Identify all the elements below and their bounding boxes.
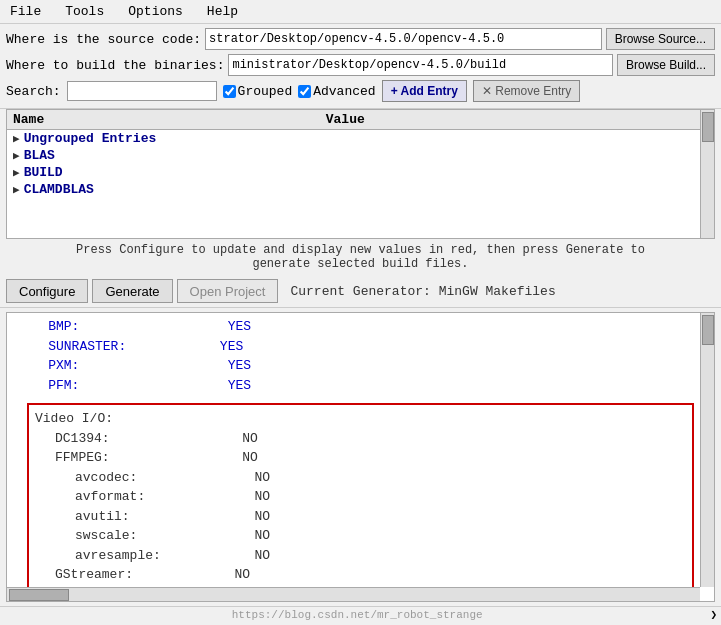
chevron-right-icon: ▶ (13, 149, 20, 162)
generator-label: Current Generator: MinGW Makefiles (282, 284, 563, 299)
tree-clamdblas-label: CLAMDBLAS (24, 182, 94, 197)
lower-scrollbar-h[interactable] (7, 587, 700, 601)
lower-scrollbar-thumb-h[interactable] (9, 589, 69, 601)
search-label: Search: (6, 84, 61, 99)
chevron-right-icon: ▶ (13, 166, 20, 179)
output-avcodec: avcodec: NO (35, 468, 686, 488)
watermark: https://blog.csdn.net/mr_robot_strange (232, 609, 483, 621)
output-line-pxm: PXM: YES (17, 356, 704, 376)
tree-build-label: BUILD (24, 165, 63, 180)
search-row: Search: Grouped Advanced + Add Entry ✕ R… (6, 80, 715, 102)
chevron-right-icon: ▶ (13, 183, 20, 196)
buttons-row: Configure Generate Open Project Current … (0, 275, 721, 308)
advanced-checkbox-label[interactable]: Advanced (298, 84, 375, 99)
menubar: File Tools Options Help (0, 0, 721, 24)
bottom-bar: https://blog.csdn.net/mr_robot_strange ❯ (0, 606, 721, 622)
lower-scrollbar-thumb-v[interactable] (702, 315, 714, 345)
output-avformat: avformat: NO (35, 487, 686, 507)
menu-help[interactable]: Help (201, 2, 244, 21)
output-avresample: avresample: NO (35, 546, 686, 566)
tree-blas[interactable]: ▶ BLAS (7, 147, 714, 164)
grouped-checkbox[interactable] (223, 85, 236, 98)
menu-options[interactable]: Options (122, 2, 189, 21)
video-io-section: Video I/O: DC1394: NO FFMPEG: NO avcodec… (27, 403, 694, 602)
chevron-right-icon: ▶ (13, 132, 20, 145)
bottom-arrow: ❯ (710, 608, 717, 621)
generate-button[interactable]: Generate (92, 279, 172, 303)
output-line-sunraster: SUNRASTER: YES (17, 337, 704, 357)
advanced-label: Advanced (313, 84, 375, 99)
menu-file[interactable]: File (4, 2, 47, 21)
output-avutil: avutil: NO (35, 507, 686, 527)
config-area: Where is the source code: Browse Source.… (0, 24, 721, 109)
upper-table-scrollbar[interactable] (700, 110, 714, 238)
search-input[interactable] (67, 81, 217, 101)
add-entry-button[interactable]: + Add Entry (382, 80, 467, 102)
open-project-button[interactable]: Open Project (177, 279, 279, 303)
configure-button[interactable]: Configure (6, 279, 88, 303)
tree-blas-label: BLAS (24, 148, 55, 163)
binaries-label: Where to build the binaries: (6, 58, 224, 73)
menu-tools[interactable]: Tools (59, 2, 110, 21)
tree-ungrouped-label: Ungrouped Entries (24, 131, 157, 146)
grouped-checkbox-label[interactable]: Grouped (223, 84, 293, 99)
tree-build[interactable]: ▶ BUILD (7, 164, 714, 181)
browse-source-button[interactable]: Browse Source... (606, 28, 715, 50)
table-header: Name Value (7, 110, 714, 130)
upper-scrollbar-thumb[interactable] (702, 112, 714, 142)
output-content: BMP: YES SUNRASTER: YES PXM: YES PFM: YE… (7, 313, 714, 602)
col-value-header: Value (326, 112, 708, 127)
output-swscale: swscale: NO (35, 526, 686, 546)
output-line-bmp: BMP: YES (17, 317, 704, 337)
advanced-checkbox[interactable] (298, 85, 311, 98)
remove-entry-button[interactable]: ✕ Remove Entry (473, 80, 580, 102)
binaries-input[interactable] (228, 54, 613, 76)
video-io-title: Video I/O: (35, 409, 686, 429)
grouped-label: Grouped (238, 84, 293, 99)
source-label: Where is the source code: (6, 32, 201, 47)
binaries-row: Where to build the binaries: Browse Buil… (6, 54, 715, 76)
browse-build-button[interactable]: Browse Build... (617, 54, 715, 76)
output-gstreamer: GStreamer: NO (35, 565, 686, 585)
info-text: Press Configure to update and display ne… (0, 239, 721, 275)
tree-clamdblas[interactable]: ▶ CLAMDBLAS (7, 181, 714, 198)
lower-output: BMP: YES SUNRASTER: YES PXM: YES PFM: YE… (6, 312, 715, 602)
source-input[interactable] (205, 28, 602, 50)
output-dc1394: DC1394: NO (35, 429, 686, 449)
output-line-pfm: PFM: YES (17, 376, 704, 396)
upper-table: Name Value ▶ Ungrouped Entries ▶ BLAS ▶ … (6, 109, 715, 239)
tree-ungrouped[interactable]: ▶ Ungrouped Entries (7, 130, 714, 147)
source-row: Where is the source code: Browse Source.… (6, 28, 715, 50)
lower-scrollbar-v[interactable] (700, 313, 714, 587)
col-name-header: Name (13, 112, 326, 127)
output-ffmpeg: FFMPEG: NO (35, 448, 686, 468)
